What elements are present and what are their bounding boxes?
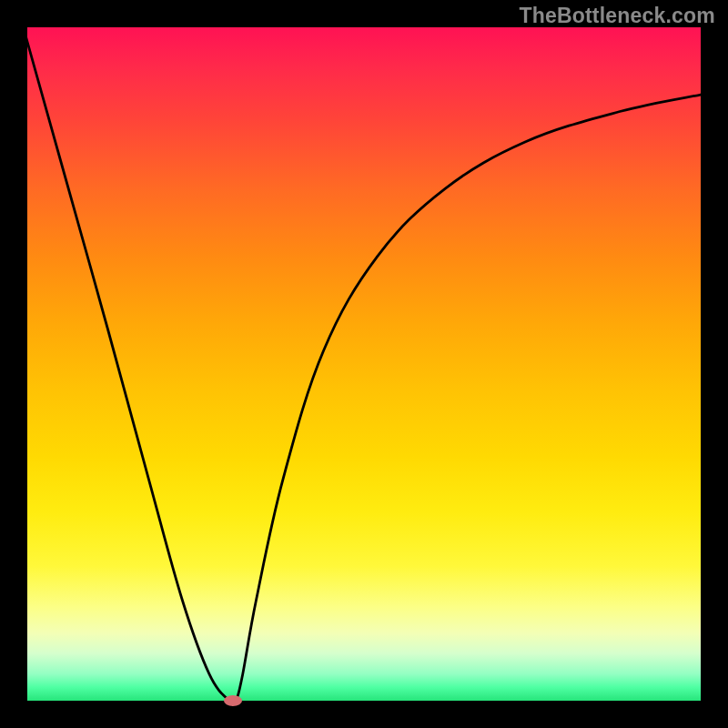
curve-svg [27,27,701,701]
plot-area [27,27,701,701]
minimum-marker [224,695,242,706]
watermark-label: TheBottleneck.com [519,4,715,28]
chart-container: TheBottleneck.com [0,0,728,728]
bottleneck-curve-path [27,27,701,701]
